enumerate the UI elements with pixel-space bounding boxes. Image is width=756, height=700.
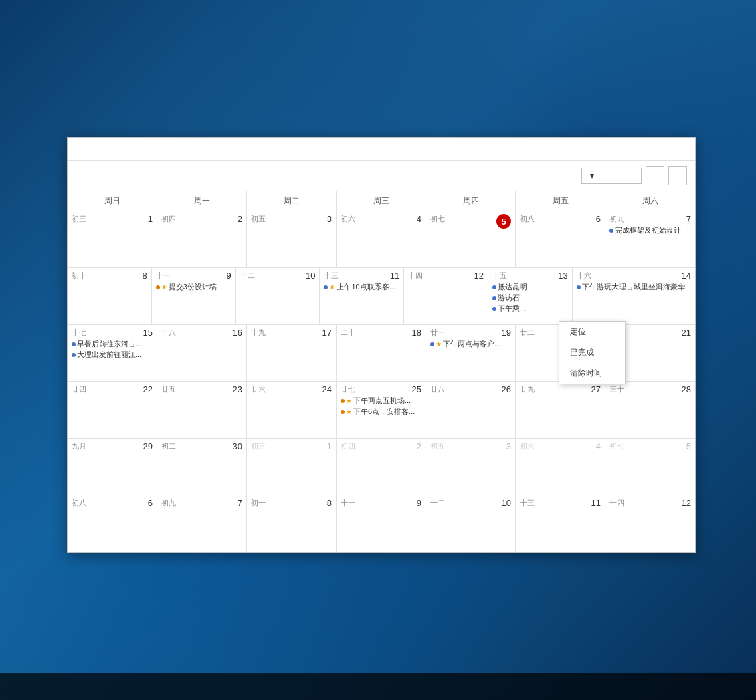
dropdown-arrow-icon: ▾ bbox=[590, 171, 594, 181]
lunar-day: 九月 bbox=[72, 441, 86, 451]
calendar-cell[interactable]: 初二30 bbox=[157, 439, 247, 495]
calendar-row: 初八6初九7初十8十一9十二10十三11十四12 bbox=[68, 495, 695, 552]
solar-day: 4 bbox=[417, 214, 421, 224]
event-item[interactable]: 下午乘... bbox=[492, 304, 568, 314]
prev-button[interactable] bbox=[646, 166, 664, 185]
event-item[interactable]: 下午游玩大理古城里坐洱海豪华... bbox=[577, 282, 691, 292]
solar-day: 19 bbox=[502, 328, 511, 338]
calendar-cell[interactable]: 廿一19★下午两点与客户... bbox=[426, 325, 516, 381]
calendar-cell[interactable]: 十三11★上午10点联系客... bbox=[320, 268, 404, 324]
lunar-day: 初八 bbox=[520, 214, 535, 224]
view-dropdown[interactable]: ▾ bbox=[581, 168, 642, 184]
context-menu-item[interactable]: 定位 bbox=[559, 322, 625, 342]
calendar-cell[interactable]: 初七5 bbox=[426, 211, 516, 267]
solar-day: 21 bbox=[682, 328, 691, 338]
solar-day: 14 bbox=[682, 271, 691, 281]
solar-day: 4 bbox=[596, 441, 601, 451]
event-star-icon: ★ bbox=[436, 340, 442, 348]
event-item[interactable]: ★下午6点，安排客... bbox=[341, 406, 421, 417]
calendar-cell[interactable]: 初七5 bbox=[605, 439, 695, 495]
refresh-button[interactable] bbox=[563, 168, 577, 183]
solar-day: 26 bbox=[502, 384, 511, 394]
calendar-cell[interactable]: 十二10 bbox=[236, 268, 320, 324]
event-item[interactable]: ★上午10点联系客... bbox=[324, 282, 399, 292]
calendar-cell[interactable]: 初八6 bbox=[516, 211, 605, 267]
toolbar-right: ▾ bbox=[563, 166, 687, 185]
event-item[interactable]: ★下午两点与客户... bbox=[430, 339, 511, 349]
calendar-cell[interactable]: 初三1 bbox=[247, 439, 337, 495]
calendar-cell[interactable]: 初三1 bbox=[68, 211, 157, 267]
event-item[interactable]: 游访石... bbox=[492, 293, 568, 303]
calendar-cell[interactable]: 初十8 bbox=[247, 495, 337, 552]
calendar-cell[interactable]: 十二10 bbox=[426, 495, 516, 552]
calendar-cell[interactable]: 初六4 bbox=[516, 439, 605, 495]
lunar-day: 初九 bbox=[609, 214, 624, 224]
event-text: 游访石... bbox=[498, 293, 526, 303]
calendar-cell[interactable]: 廿五23 bbox=[157, 382, 247, 438]
event-star-icon: ★ bbox=[161, 283, 167, 291]
event-text: 下午两点五机场... bbox=[353, 396, 411, 406]
lunar-day: 初六 bbox=[520, 441, 535, 451]
calendar-cell[interactable]: 十七15早餐后前往东河古...大理出发前往丽江... bbox=[68, 325, 157, 381]
event-dot-icon bbox=[72, 342, 76, 346]
calendar-cell[interactable]: 廿四22 bbox=[68, 382, 157, 438]
calendar-cell[interactable]: 廿九27 bbox=[516, 382, 605, 438]
event-item[interactable]: 抵达昆明 bbox=[492, 282, 568, 292]
event-item[interactable]: ★下午两点五机场... bbox=[341, 396, 421, 406]
calendar-cell[interactable]: 初四2 bbox=[157, 211, 247, 267]
calendar-cell[interactable]: 十五13抵达昆明游访石...下午乘... bbox=[488, 268, 573, 324]
close-button[interactable] bbox=[675, 143, 687, 155]
calendar-cell[interactable]: 十一9 bbox=[337, 495, 426, 552]
calendar-cell[interactable]: 十三11 bbox=[516, 495, 605, 552]
calendar-cell[interactable]: 二十18 bbox=[337, 325, 426, 381]
event-item[interactable]: ★提交3份设计稿 bbox=[156, 282, 231, 292]
event-dot-icon bbox=[341, 399, 345, 403]
calendar-cell[interactable]: 初五3 bbox=[426, 439, 516, 495]
calendar-cell[interactable]: 初四2 bbox=[337, 439, 426, 495]
solar-day: 24 bbox=[322, 384, 332, 394]
day-header: 周四 bbox=[426, 191, 516, 211]
calendar-cell[interactable]: 三十28 bbox=[605, 382, 695, 438]
calendar-cell[interactable]: 廿八26 bbox=[426, 382, 516, 438]
calendar-cell[interactable]: 廿六24 bbox=[247, 382, 337, 438]
next-button[interactable] bbox=[668, 166, 687, 185]
calendar-cell[interactable]: 初十8 bbox=[68, 268, 152, 324]
calendar-cell[interactable]: 十四12 bbox=[605, 495, 695, 552]
calendar-cell[interactable]: 初九7 bbox=[157, 495, 247, 552]
event-text: 完成框架及初始设计 bbox=[615, 225, 681, 235]
event-dot-icon bbox=[492, 285, 496, 289]
calendar-cell[interactable]: 十九17 bbox=[247, 325, 337, 381]
calendar-cell[interactable]: 初八6 bbox=[68, 495, 157, 552]
calendar-cell[interactable]: 九月29 bbox=[68, 439, 157, 495]
event-item[interactable]: 大理出发前往丽江... bbox=[72, 350, 153, 360]
event-text: 下午两点与客户... bbox=[443, 339, 500, 349]
calendar-cell[interactable]: 初五3 bbox=[247, 211, 337, 267]
calendar-cell[interactable]: 廿七25★下午两点五机场...★下午6点，安排客... bbox=[337, 382, 426, 438]
context-menu-item[interactable]: 已完成 bbox=[559, 342, 625, 363]
lunar-day: 初三 bbox=[72, 214, 86, 224]
lunar-day: 十七 bbox=[72, 328, 86, 338]
event-text: 下午6点，安排客... bbox=[353, 406, 415, 417]
event-star-icon: ★ bbox=[346, 397, 352, 404]
calendar-cell[interactable]: 十一9★提交3份设计稿 bbox=[152, 268, 236, 324]
event-dot-icon bbox=[492, 307, 496, 311]
context-menu-item[interactable]: 清除时间 bbox=[559, 363, 625, 384]
calendar-cell[interactable]: 十六14下午游玩大理古城里坐洱海豪华... bbox=[573, 268, 695, 324]
solar-day: 2 bbox=[238, 214, 242, 224]
lunar-day: 初三 bbox=[251, 441, 266, 451]
calendar-cell[interactable]: 十八16 bbox=[157, 325, 247, 381]
event-item[interactable]: 早餐后前往东河古... bbox=[72, 339, 153, 349]
event-dot-icon bbox=[341, 410, 345, 414]
lunar-day: 初十 bbox=[72, 271, 86, 281]
event-text: 大理出发前往丽江... bbox=[77, 350, 142, 360]
event-item[interactable]: 完成框架及初始设计 bbox=[609, 225, 691, 235]
solar-day: 16 bbox=[233, 328, 242, 338]
lunar-day: 廿九 bbox=[520, 384, 535, 394]
solar-day: 5 bbox=[686, 441, 691, 451]
lunar-day: 初八 bbox=[72, 498, 86, 508]
event-text: 提交3份设计稿 bbox=[169, 282, 217, 292]
calendar-cell[interactable]: 十四12 bbox=[404, 268, 488, 324]
lunar-day: 初五 bbox=[251, 214, 266, 224]
calendar-cell[interactable]: 初六4 bbox=[337, 211, 426, 267]
calendar-cell[interactable]: 初九7完成框架及初始设计 bbox=[605, 211, 695, 267]
